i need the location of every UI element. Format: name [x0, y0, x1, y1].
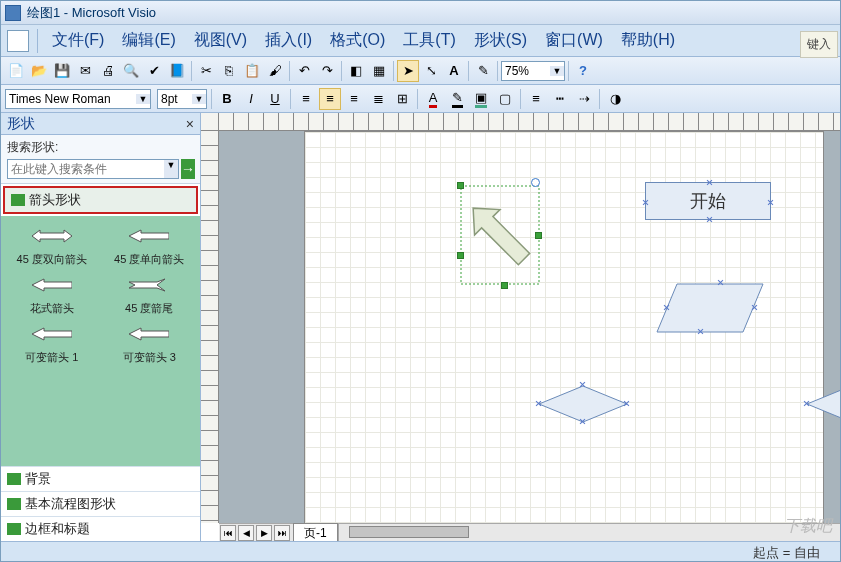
- ink-button[interactable]: ✎: [472, 60, 494, 82]
- font-size-combo[interactable]: ▼: [157, 89, 207, 109]
- bold-button[interactable]: B: [216, 88, 238, 110]
- stencil-row[interactable]: 基本流程图形状: [1, 491, 200, 516]
- fill-color-button[interactable]: ▣: [470, 88, 492, 110]
- tab-next-button[interactable]: ▶: [256, 525, 272, 541]
- menu-format[interactable]: 格式(O): [324, 26, 391, 55]
- menu-edit[interactable]: 编辑(E): [116, 26, 181, 55]
- selected-arrow-shape[interactable]: [455, 180, 535, 280]
- menu-file[interactable]: 文件(F): [46, 26, 110, 55]
- close-icon[interactable]: ×: [186, 116, 194, 132]
- connection-point[interactable]: [751, 304, 758, 311]
- redo-button[interactable]: ↷: [316, 60, 338, 82]
- font-color-button[interactable]: A: [422, 88, 444, 110]
- shape-item[interactable]: 45 度箭尾: [103, 273, 197, 316]
- search-dropdown-icon[interactable]: ▼: [164, 160, 178, 178]
- spellcheck-button[interactable]: ✔: [143, 60, 165, 82]
- selection-handle[interactable]: [501, 282, 508, 289]
- vertical-ruler[interactable]: [201, 131, 219, 523]
- zoom-combo[interactable]: ▼: [501, 61, 565, 81]
- connection-point[interactable]: [579, 381, 586, 388]
- shape-item[interactable]: 45 度双向箭头: [5, 224, 99, 267]
- rotation-handle[interactable]: [531, 178, 540, 187]
- scrollbar-thumb[interactable]: [349, 526, 469, 538]
- help-button[interactable]: ?: [572, 60, 594, 82]
- shape-item[interactable]: 可变箭头 1: [5, 322, 99, 365]
- connection-point[interactable]: [697, 328, 704, 335]
- copy-button[interactable]: ⎘: [218, 60, 240, 82]
- font-dropdown-icon[interactable]: ▼: [136, 94, 150, 104]
- line-pattern-button[interactable]: ┅: [549, 88, 571, 110]
- italic-button[interactable]: I: [240, 88, 262, 110]
- active-stencil-header[interactable]: 箭头形状: [3, 186, 198, 214]
- connector-tool-button[interactable]: ⤡: [420, 60, 442, 82]
- line-ends-button[interactable]: ⇢: [573, 88, 595, 110]
- undo-button[interactable]: ↶: [293, 60, 315, 82]
- parallelogram-shape[interactable]: [655, 282, 765, 334]
- line-weight-button[interactable]: ≡: [525, 88, 547, 110]
- tab-first-button[interactable]: ⏮: [220, 525, 236, 541]
- stencil-row[interactable]: 边框和标题: [1, 516, 200, 541]
- connection-point[interactable]: [706, 216, 713, 223]
- menu-tools[interactable]: 工具(T): [397, 26, 461, 55]
- menu-help[interactable]: 帮助(H): [615, 26, 681, 55]
- connection-point[interactable]: [663, 304, 670, 311]
- format-painter-button[interactable]: 🖌: [264, 60, 286, 82]
- align-center-button[interactable]: ≡: [319, 88, 341, 110]
- shape-item[interactable]: 花式箭头: [5, 273, 99, 316]
- drawing-tools-button[interactable]: ◧: [345, 60, 367, 82]
- distribute-button[interactable]: ⊞: [391, 88, 413, 110]
- align-justify-button[interactable]: ≣: [367, 88, 389, 110]
- pasteboard[interactable]: 开始: [219, 131, 840, 523]
- align-left-button[interactable]: ≡: [295, 88, 317, 110]
- connection-point[interactable]: [717, 279, 724, 286]
- connection-point[interactable]: [623, 400, 630, 407]
- stencil-row[interactable]: 背景: [1, 466, 200, 491]
- connection-point[interactable]: [803, 400, 810, 407]
- new-button[interactable]: 📄: [5, 60, 27, 82]
- cut-button[interactable]: ✂: [195, 60, 217, 82]
- font-input[interactable]: [6, 92, 136, 106]
- shape-item[interactable]: 45 度单向箭头: [103, 224, 197, 267]
- menu-insert[interactable]: 插入(I): [259, 26, 318, 55]
- line-color-button[interactable]: ✎: [446, 88, 468, 110]
- theme-button[interactable]: ◑: [604, 88, 626, 110]
- connection-point[interactable]: [642, 199, 649, 206]
- print-button[interactable]: 🖨: [97, 60, 119, 82]
- page-tab[interactable]: 页-1: [293, 523, 338, 542]
- selection-handle[interactable]: [457, 252, 464, 259]
- print-preview-button[interactable]: 🔍: [120, 60, 142, 82]
- start-shape[interactable]: 开始: [645, 182, 771, 220]
- document-icon[interactable]: [7, 30, 29, 52]
- menu-shape[interactable]: 形状(S): [468, 26, 533, 55]
- search-input[interactable]: [8, 160, 164, 178]
- mail-button[interactable]: ✉: [74, 60, 96, 82]
- diamond-shape[interactable]: [537, 384, 629, 424]
- stencil-button[interactable]: ▦: [368, 60, 390, 82]
- underline-button[interactable]: U: [264, 88, 286, 110]
- align-right-button[interactable]: ≡: [343, 88, 365, 110]
- menu-window[interactable]: 窗口(W): [539, 26, 609, 55]
- horizontal-ruler[interactable]: [219, 113, 840, 131]
- connection-point[interactable]: [767, 199, 774, 206]
- selection-handle[interactable]: [535, 232, 542, 239]
- connection-point[interactable]: [579, 418, 586, 425]
- tab-prev-button[interactable]: ◀: [238, 525, 254, 541]
- text-tool-button[interactable]: A: [443, 60, 465, 82]
- font-size-input[interactable]: [158, 92, 192, 106]
- paste-button[interactable]: 📋: [241, 60, 263, 82]
- shadow-button[interactable]: ▢: [494, 88, 516, 110]
- shape-item[interactable]: 可变箭头 3: [103, 322, 197, 365]
- save-button[interactable]: 💾: [51, 60, 73, 82]
- pointer-tool-button[interactable]: ➤: [397, 60, 419, 82]
- zoom-input[interactable]: [502, 64, 550, 78]
- zoom-dropdown-icon[interactable]: ▼: [550, 66, 564, 76]
- horizontal-scrollbar[interactable]: [339, 524, 840, 541]
- connection-point[interactable]: [535, 400, 542, 407]
- size-dropdown-icon[interactable]: ▼: [192, 94, 206, 104]
- tab-last-button[interactable]: ⏭: [274, 525, 290, 541]
- open-button[interactable]: 📂: [28, 60, 50, 82]
- selection-handle[interactable]: [457, 182, 464, 189]
- research-button[interactable]: 📘: [166, 60, 188, 82]
- font-combo[interactable]: ▼: [5, 89, 151, 109]
- drawing-page[interactable]: 开始: [304, 131, 824, 539]
